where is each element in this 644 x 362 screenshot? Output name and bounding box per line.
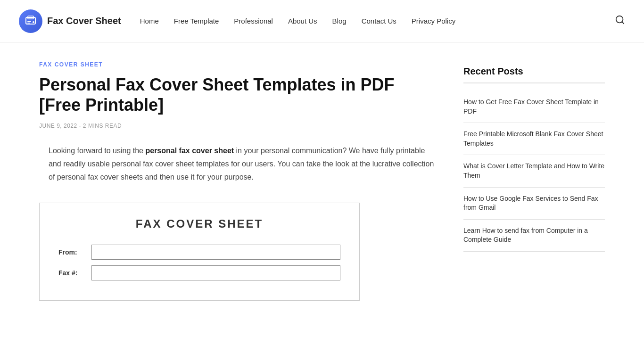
article-title: Personal Fax Cover Sheet Templates in PD…	[39, 74, 435, 115]
nav-item-home[interactable]: Home	[140, 17, 159, 25]
recent-post-link-4[interactable]: How to Use Google Fax Services to Send F…	[463, 195, 598, 212]
category-label: FAX COVER SHEET	[39, 61, 435, 68]
recent-post-4[interactable]: How to Use Google Fax Services to Send F…	[463, 188, 605, 220]
content-area: FAX COVER SHEET Personal Fax Cover Sheet…	[39, 61, 435, 310]
recent-post-link-2[interactable]: Free Printable Microsoft Blank Fax Cover…	[463, 130, 603, 147]
recent-post-link-5[interactable]: Learn How to send fax from Computer in a…	[463, 227, 588, 244]
recent-post-3[interactable]: What is Cover Letter Template and How to…	[463, 155, 605, 187]
nav-item-blog[interactable]: Blog	[332, 17, 347, 25]
nav-item-about-us[interactable]: About Us	[288, 17, 317, 25]
recent-post-1[interactable]: How to Get Free Fax Cover Sheet Template…	[463, 91, 605, 123]
svg-rect-4	[27, 23, 30, 24]
body-bold: personal fax cover sheet	[145, 147, 234, 155]
recent-post-link-1[interactable]: How to Get Free Fax Cover Sheet Template…	[463, 98, 599, 115]
nav-item-contact-us[interactable]: Contact Us	[362, 17, 396, 25]
fax-from-input	[91, 245, 340, 260]
recent-post-2[interactable]: Free Printable Microsoft Blank Fax Cover…	[463, 123, 605, 155]
svg-rect-3	[27, 21, 31, 22]
nav-item-privacy-policy[interactable]: Privacy Policy	[412, 17, 455, 25]
body-intro: Looking forward to using the	[49, 147, 145, 155]
fax-field-from: From:	[58, 245, 340, 260]
fax-field-faxnum: Fax #:	[58, 265, 340, 280]
fax-from-label: From:	[58, 248, 87, 256]
fax-preview-title: FAX COVER SHEET	[58, 217, 340, 230]
recent-posts-section: Recent Posts How to Get Free Fax Cover S…	[463, 61, 605, 252]
nav-item-professional[interactable]: Professional	[234, 17, 273, 25]
fax-preview: FAX COVER SHEET From: Fax #:	[39, 203, 360, 301]
article-meta: JUNE 9, 2022 - 2 MINS READ	[39, 123, 435, 129]
recent-post-link-3[interactable]: What is Cover Letter Template and How to…	[463, 162, 604, 179]
svg-rect-0	[26, 17, 35, 24]
svg-point-2	[33, 21, 34, 23]
recent-post-5[interactable]: Learn How to send fax from Computer in a…	[463, 220, 605, 252]
logo-text: Fax Cover Sheet	[47, 16, 121, 26]
nav-item-free-template[interactable]: Free Template	[174, 17, 219, 25]
search-icon[interactable]	[615, 15, 625, 27]
logo-link[interactable]: Fax Cover Sheet	[19, 9, 121, 33]
main-nav: Home Free Template Professional About Us…	[140, 17, 615, 25]
svg-line-6	[622, 22, 624, 24]
fax-faxnum-label: Fax #:	[58, 269, 87, 277]
sidebar: Recent Posts How to Get Free Fax Cover S…	[463, 61, 605, 310]
logo-icon	[19, 9, 42, 33]
main-container: FAX COVER SHEET Personal Fax Cover Sheet…	[20, 42, 624, 310]
site-header: Fax Cover Sheet Home Free Template Profe…	[0, 0, 644, 42]
fax-faxnum-input	[91, 265, 340, 280]
article-body: Looking forward to using the personal fa…	[39, 144, 435, 184]
recent-posts-title: Recent Posts	[463, 66, 605, 83]
